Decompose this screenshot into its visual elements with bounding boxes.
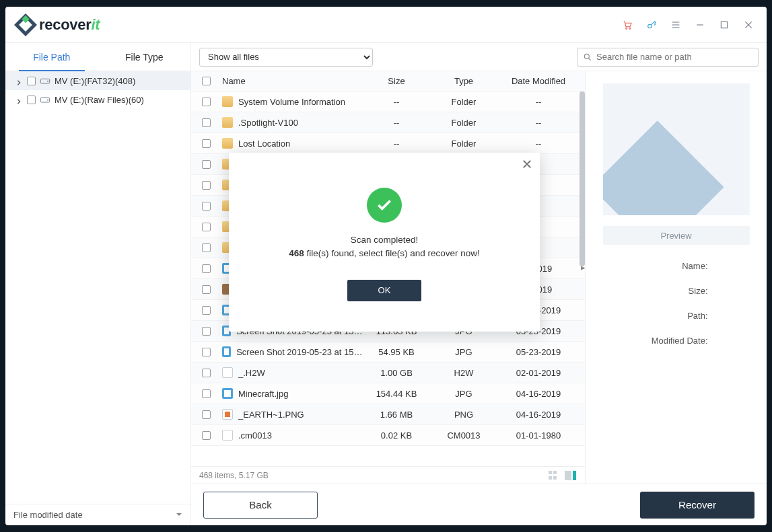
meta-size: Size: [689,286,708,296]
tree-item-label: MV (E:)(FAT32)(408) [55,76,135,86]
file-size: -- [363,139,430,149]
row-checkbox[interactable] [202,348,211,356]
file-date: 01-01-1980 [497,430,585,441]
chevron-right-icon[interactable] [16,96,23,103]
svg-point-0 [626,28,627,29]
table-row[interactable]: Minecraft.jpg154.44 KBJPG04-16-2019 [191,383,585,404]
file-size: 1.66 MB [363,410,430,420]
row-checkbox[interactable] [202,410,211,419]
row-checkbox[interactable] [202,264,211,273]
file-type: CM0013 [430,430,497,441]
dialog-line2: 468 file(s) found, select file(s) and re… [289,247,480,260]
row-checkbox[interactable] [202,181,211,190]
back-button[interactable]: Back [203,492,318,519]
tab-file-type[interactable]: File Type [98,43,191,71]
scrollbar-thumb[interactable] [580,91,585,266]
cart-icon[interactable] [621,19,633,31]
menu-icon[interactable] [670,19,682,31]
search-input-wrap[interactable] [577,48,759,67]
row-checkbox[interactable] [202,139,211,148]
chevron-down-icon[interactable] [176,510,182,520]
table-row[interactable]: .Spotlight-V100--Folder-- [191,112,585,133]
search-icon [583,52,592,62]
file-size: 54.95 KB [363,347,430,357]
svg-point-8 [584,54,589,59]
meta-path: Path: [687,311,707,321]
table-row[interactable]: System Volume Information--Folder-- [191,91,585,112]
file-date: -- [497,139,585,149]
filter-select[interactable]: Show all files [199,48,373,67]
dialog-ok-button[interactable]: OK [347,280,421,301]
tab-file-path[interactable]: File Path [5,43,98,71]
file-tree[interactable]: MV (E:)(FAT32)(408) MV (E:)(Raw Files)(6… [5,71,190,504]
file-name: System Volume Information [238,97,345,107]
table-row[interactable]: .cm00130.02 KBCM001301-01-1980 [191,425,585,446]
table-row[interactable]: _.H2W1.00 GBH2W02-01-2019 [191,363,585,383]
close-icon[interactable] [742,19,755,31]
table-row[interactable]: Screen Shot 2019-05-23 at 15.25.24.j...5… [191,342,585,363]
file-name: _EARTH~1.PNG [238,410,304,420]
file-type: JPG [430,347,497,357]
file-name: Screen Shot 2019-05-23 at 15.25.24.j... [236,347,363,357]
col-date[interactable]: Date Modified [497,76,585,86]
tree-item[interactable]: MV (E:)(Raw Files)(60) [5,90,190,109]
row-checkbox[interactable] [202,202,211,211]
file-date: 04-16-2019 [497,410,585,420]
row-checkbox[interactable] [202,285,211,294]
row-checkbox[interactable] [202,327,211,336]
file-icon [222,388,233,399]
file-date: -- [497,97,585,107]
scan-complete-dialog: Scan completed! 468 file(s) found, selec… [229,153,540,332]
file-type: PNG [430,410,497,420]
file-icon [222,430,233,441]
row-checkbox[interactable] [202,369,211,377]
maximize-icon[interactable] [718,19,730,31]
col-name[interactable]: Name [221,76,363,86]
svg-point-1 [629,28,631,29]
col-type[interactable]: Type [430,76,497,86]
row-checkbox[interactable] [202,389,211,398]
minimize-icon[interactable] [694,19,706,31]
table-header: Name Size Type Date Modified [191,71,585,91]
tree-item-label: MV (E:)(Raw Files)(60) [55,95,144,105]
preview-thumbnail [603,83,750,215]
tree-item[interactable]: MV (E:)(FAT32)(408) [5,71,190,90]
file-name: .Spotlight-V100 [238,118,298,128]
table-row[interactable]: _EARTH~1.PNG1.66 MBPNG04-16-2019 [191,404,585,425]
file-icon [222,117,233,128]
row-checkbox[interactable] [202,98,211,106]
row-checkbox[interactable] [202,306,211,315]
select-all-checkbox[interactable] [202,77,211,85]
file-size: 1.00 GB [363,368,430,378]
row-checkbox[interactable] [202,160,211,169]
preview-button[interactable]: Preview [603,226,750,245]
row-checkbox[interactable] [202,118,211,127]
dialog-close-icon[interactable] [522,159,532,171]
file-size: -- [363,97,430,107]
file-size: 0.02 KB [363,430,430,441]
key-icon[interactable] [645,19,658,31]
status-text: 468 items, 5.17 GB [199,471,269,480]
table-row[interactable]: Lost Location--Folder-- [191,133,585,154]
file-date: 05-23-2019 [497,347,585,357]
file-name: Minecraft.jpg [238,389,288,399]
meta-modified: Modified Date: [652,336,708,346]
search-input[interactable] [596,52,752,62]
recover-button[interactable]: Recover [640,492,755,519]
check-circle-icon [367,188,402,223]
chevron-right-icon[interactable] [16,77,23,84]
svg-point-5 [47,81,48,81]
file-icon [222,96,233,107]
file-name: _.H2W [238,368,265,378]
col-size[interactable]: Size [363,76,430,86]
filter-modified-date[interactable]: File modified date [13,510,83,520]
drive-icon [40,75,50,86]
row-checkbox[interactable] [202,431,211,440]
row-checkbox[interactable] [202,223,211,231]
view-grid-icon[interactable] [549,471,561,480]
view-list-icon[interactable] [565,471,577,480]
checkbox[interactable] [27,96,36,104]
checkbox[interactable] [27,77,36,85]
row-checkbox[interactable] [202,243,211,252]
collapse-preview-icon[interactable]: ▸ [581,262,586,272]
